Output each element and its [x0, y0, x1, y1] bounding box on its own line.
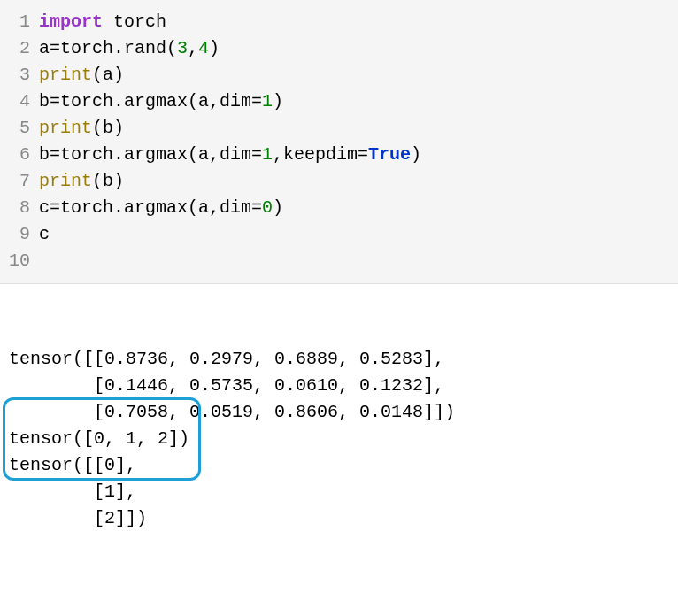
code-content: c: [39, 221, 50, 248]
line-number: 9: [0, 221, 39, 248]
line-number: 4: [0, 89, 39, 115]
output-line: [1],: [9, 479, 669, 505]
code-content: print(b): [39, 115, 124, 142]
code-line: 1import torch: [0, 9, 678, 35]
code-content: print(b): [39, 168, 124, 195]
code-line: 8c=torch.argmax(a,dim=0): [0, 195, 678, 221]
code-line: 6b=torch.argmax(a,dim=1,keepdim=True): [0, 142, 678, 168]
code-editor: 1import torch2a=torch.rand(3,4)3print(a)…: [0, 0, 678, 284]
line-number: 7: [0, 168, 39, 195]
output-line: tensor([[0.8736, 0.2979, 0.6889, 0.5283]…: [9, 346, 669, 373]
code-content: c=torch.argmax(a,dim=0): [39, 195, 283, 221]
line-number: 10: [0, 248, 39, 274]
output-line: tensor([0, 1, 2]): [9, 426, 669, 452]
code-line: 7print(b): [0, 168, 678, 195]
code-content: [39, 248, 50, 274]
line-number: 5: [0, 115, 39, 142]
line-number: 2: [0, 35, 39, 62]
output-line: [0.1446, 0.5735, 0.0610, 0.1232],: [9, 373, 669, 399]
line-number: 3: [0, 62, 39, 89]
output-panel: tensor([[0.8736, 0.2979, 0.6889, 0.5283]…: [0, 284, 678, 541]
output-line: [2]]): [9, 505, 669, 532]
code-content: b=torch.argmax(a,dim=1,keepdim=True): [39, 142, 421, 168]
code-line: 10: [0, 248, 678, 274]
line-number: 6: [0, 142, 39, 168]
code-line: 4b=torch.argmax(a,dim=1): [0, 89, 678, 115]
output-line: tensor([[0],: [9, 452, 669, 479]
code-content: b=torch.argmax(a,dim=1): [39, 89, 283, 115]
output-line: [0.7058, 0.0519, 0.8606, 0.0148]]): [9, 399, 669, 426]
code-content: print(a): [39, 62, 124, 89]
line-number: 8: [0, 195, 39, 221]
code-content: import torch: [39, 9, 166, 35]
code-line: 5print(b): [0, 115, 678, 142]
code-line: 9c: [0, 221, 678, 248]
line-number: 1: [0, 9, 39, 35]
code-content: a=torch.rand(3,4): [39, 35, 220, 62]
code-line: 3print(a): [0, 62, 678, 89]
code-line: 2a=torch.rand(3,4): [0, 35, 678, 62]
